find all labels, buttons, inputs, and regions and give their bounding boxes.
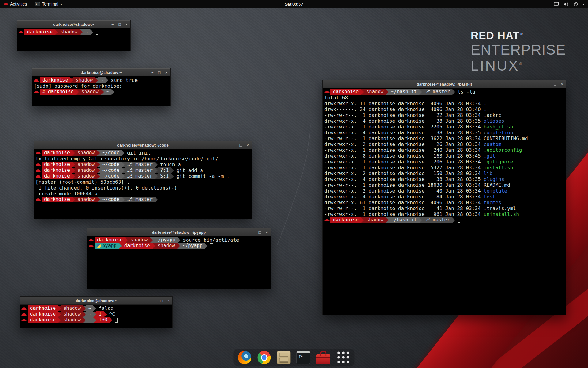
prompt-segment-text: shadow: [77, 173, 95, 179]
terminal-text: drwxrwxr-x. 61 darknoise darknoise 4096 …: [324, 200, 484, 205]
clock[interactable]: Sat 03:57: [285, 2, 303, 6]
dock-item-terminal[interactable]: [297, 351, 310, 364]
terminal-text: plugins: [484, 176, 504, 182]
minimize-button[interactable]: −: [233, 143, 235, 147]
minimize-button[interactable]: −: [252, 230, 254, 234]
powerline-arrow: [97, 174, 100, 179]
prompt-segment-text: shadow: [366, 89, 383, 95]
dock-item-chrome[interactable]: [258, 351, 271, 364]
powerline-arrow: [153, 243, 155, 249]
powerline-arrow: [106, 78, 108, 83]
redhat-prompt-icon: [36, 198, 42, 201]
window-title: darknoise@shadow:~: [76, 298, 117, 303]
terminal-text: drwxrwxr-x. 4 darknoise darknoise 38 Jan…: [324, 176, 484, 182]
powerline-arrow: [155, 174, 158, 179]
prompt-segment-user: darknoise: [40, 77, 70, 83]
window-titlebar[interactable]: darknoise@shadow:~ − □ ×: [32, 68, 170, 76]
terminal-text: [master (root-commit) 50bcb63] .: [36, 179, 130, 185]
powerline-arrow: [76, 89, 79, 95]
prompt-segment-user: darknoise: [42, 150, 72, 156]
window-titlebar[interactable]: darknoise@shadow:~ − □ ×: [20, 297, 172, 305]
minimize-button[interactable]: −: [151, 71, 154, 75]
volume-icon[interactable]: [564, 2, 569, 6]
redhat-prompt-icon: [324, 91, 330, 93]
window-titlebar[interactable]: darknoise@shadow:~ − □ ×: [17, 20, 130, 28]
redhat-hat-shape: [89, 239, 93, 241]
app-menu-terminal[interactable]: > Terminal ▾: [31, 0, 66, 8]
terminal-body[interactable]: darknoiseshadow~sudo true[sudo] password…: [32, 76, 170, 96]
redhat-prompt-icon: [21, 313, 28, 316]
window-titlebar[interactable]: darknoise@shadow:~/bash-it − □ ×: [323, 80, 566, 88]
terminal-window-sudo: darknoise@shadow:~ − □ × darknoiseshadow…: [32, 68, 171, 106]
prompt-segment-text: shadow: [366, 217, 383, 223]
powerline-arrow: [80, 29, 83, 35]
dock-item-toolbox[interactable]: [316, 351, 330, 364]
prompt-segment-host: shadow: [61, 317, 83, 323]
powerline-arrow: [155, 197, 158, 202]
terminal-text: drwxrwxr-x. 11 darknoise darknoise 4096 …: [324, 101, 484, 106]
prompt-segment-text: darknoise: [44, 162, 70, 167]
prompt-segment-host: shadow: [155, 243, 177, 249]
prompt-segment-path: ~/code: [100, 197, 122, 202]
close-button[interactable]: ×: [266, 230, 268, 234]
redhat-hat-shape: [22, 313, 26, 316]
redhat-prompt-icon: [89, 239, 95, 241]
maximize-button[interactable]: □: [240, 143, 242, 147]
powerline-arrow: [122, 150, 125, 156]
maximize-button[interactable]: □: [160, 299, 163, 303]
prompt-segment-path: ~: [83, 29, 90, 35]
power-icon[interactable]: [573, 2, 578, 6]
maximize-button[interactable]: □: [554, 82, 556, 86]
terminal-line: drwxrwxr-x. 61 darknoise darknoise 4096 …: [324, 200, 564, 205]
powerline-arrow: [72, 162, 75, 167]
close-button[interactable]: ×: [165, 71, 168, 75]
window-titlebar[interactable]: darknoise@shadow:~/code − □ ×: [34, 141, 252, 149]
minimize-button[interactable]: −: [111, 22, 114, 26]
redhat-hat-shape: [34, 91, 38, 93]
powerline-arrow: [58, 306, 61, 311]
window-titlebar[interactable]: darknoise@shadow:~/pyapp − □ ×: [87, 228, 271, 236]
activities-label: Activities: [10, 2, 27, 6]
redhat-prompt-icon: [36, 169, 42, 172]
status-chevron-down-icon[interactable]: ▾: [583, 2, 584, 6]
powerline-arrow: [178, 237, 180, 243]
terminal-body[interactable]: darknoiseshadow~/codegit initInitialized…: [34, 149, 252, 203]
close-button[interactable]: ×: [167, 299, 170, 303]
minimize-button[interactable]: −: [153, 299, 156, 303]
redhat-hat-shape: [36, 198, 40, 201]
redhat-prompt-icon: [36, 175, 42, 178]
terminal-body[interactable]: darknoiseshadow~: [17, 28, 130, 36]
terminal-body[interactable]: darknoiseshadow~/pyappsource bin/activat…: [87, 236, 271, 250]
prompt-segment-text: darknoise: [44, 150, 70, 156]
terminal-text: create mode 100644 a: [36, 191, 97, 197]
maximize-button[interactable]: □: [158, 71, 161, 75]
maximize-button[interactable]: □: [119, 22, 121, 26]
prompt-segment-text: ⎇ master: [127, 173, 153, 179]
terminal-text: completion: [484, 130, 513, 136]
terminal-line: -rw-rw-r--. 1 darknoise darknoise 41 Jan…: [324, 205, 564, 211]
minimize-button[interactable]: −: [547, 82, 549, 86]
redhat-prompt-icon: [21, 319, 28, 321]
brand-enterprise: ENTERPRISE: [471, 42, 566, 57]
prompt-segment-path: ~/code: [100, 150, 122, 156]
powerline-arrow: [72, 168, 75, 173]
brand-red-hat: RED HAT®: [471, 29, 566, 42]
close-button[interactable]: ×: [561, 82, 563, 86]
prompt-segment-user: darknoise: [42, 167, 72, 173]
terminal-line: -rwxrwxr-x. 1 darknoise darknoise 961 Ja…: [324, 211, 564, 217]
activities-button[interactable]: Activities: [0, 0, 31, 8]
powerline-arrow: [72, 174, 75, 179]
close-button[interactable]: ×: [247, 143, 249, 147]
powerline-arrow: [125, 237, 128, 243]
dock-item-app-grid[interactable]: [337, 351, 350, 364]
terminal-body[interactable]: darknoiseshadow~falsedarknoiseshadow~1^C…: [20, 305, 172, 324]
prompt-segment-text: ⎇ master: [127, 162, 153, 167]
dock-item-firefox[interactable]: [238, 351, 251, 364]
dock-item-files[interactable]: [277, 351, 291, 364]
terminal-body[interactable]: darknoiseshadow~/bash-it⎇ masterls -lato…: [323, 88, 566, 224]
display-status-icon[interactable]: [554, 2, 559, 6]
close-button[interactable]: ×: [125, 22, 128, 26]
maximize-button[interactable]: □: [259, 230, 261, 234]
terminal-text: install.sh: [484, 165, 513, 171]
prompt-segment-text: shadow: [77, 197, 95, 202]
